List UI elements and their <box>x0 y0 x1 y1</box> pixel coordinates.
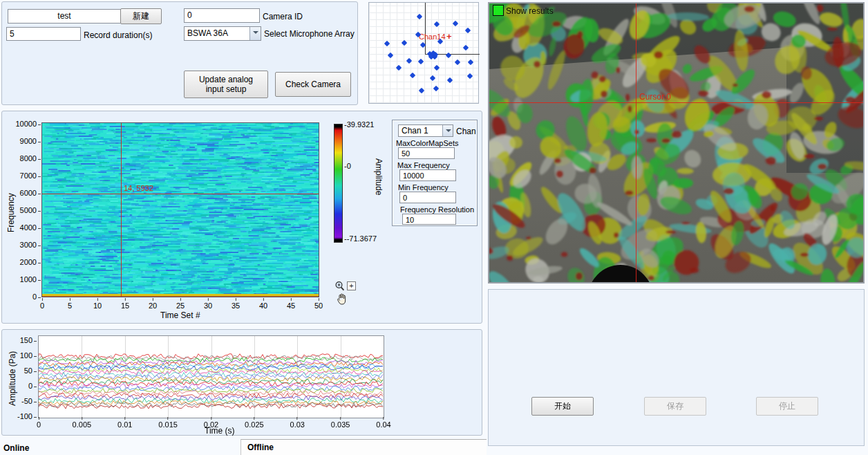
colorbar-mid-label: -0 <box>344 162 351 170</box>
session-name-field[interactable]: test <box>8 9 121 24</box>
dim-overlay <box>489 3 865 284</box>
waveform-xlabel: Time (s) <box>205 426 235 436</box>
start-button[interactable]: 开始 <box>531 397 594 416</box>
array-chan14-cross-marker: + <box>446 31 452 41</box>
show-results-checkbox[interactable] <box>493 5 504 16</box>
axis-tick-label: 50 <box>314 298 323 310</box>
axis-tick-label: -50 <box>9 397 37 405</box>
axis-tick-label: 3000 <box>12 241 41 249</box>
axis-tick-label: 15 <box>121 298 129 310</box>
frequency-resolution-field[interactable]: 10 <box>402 214 456 225</box>
axis-tick-label: 2000 <box>12 258 41 266</box>
spectrogram-cursor-vline[interactable] <box>121 123 122 297</box>
array-mic-dot <box>465 28 471 33</box>
axis-tick-label: 10000 <box>12 120 41 128</box>
axis-tick-label: 35 <box>232 298 240 310</box>
max-frequency-label: Max Frequency <box>397 161 450 169</box>
mic-array-label: Select Microphone Array <box>264 29 355 39</box>
spectrogram-plot-frame <box>41 122 319 297</box>
array-mic-dot <box>434 21 440 27</box>
chevron-down-icon[interactable] <box>442 125 453 136</box>
offline-status-label: Offline <box>247 443 274 452</box>
axis-tick-label: 7000 <box>12 171 41 180</box>
camera-cursor-hline[interactable] <box>489 102 865 103</box>
save-button[interactable]: 保存 <box>644 397 706 416</box>
waveform-panel: Amplitude (Pa) 150100500-50-100 00.0050.… <box>1 329 482 436</box>
run-control-panel: 开始 保存 停止 <box>488 289 865 446</box>
axis-tick-label: 5 <box>68 298 72 310</box>
array-mic-dot <box>402 40 407 46</box>
spectrogram-cursor-hline[interactable] <box>42 194 319 194</box>
chan-select-value: Chan 1 <box>402 126 428 136</box>
zoom-magnifier-icon[interactable] <box>334 281 346 292</box>
axis-tick-label: 0.035 <box>331 417 350 429</box>
array-mic-dot <box>406 58 412 64</box>
axis-tick-label: 0.025 <box>245 417 264 429</box>
channel-settings-panel: Chan 1 Chan MaxColorMapSets 50 Max Frequ… <box>392 120 478 226</box>
mic-array-value: BSWA 36A <box>187 28 228 38</box>
frequency-resolution-label: Frequency Resolution <box>400 205 474 214</box>
new-session-button[interactable]: 新建 <box>120 8 162 24</box>
array-mic-dot <box>468 59 473 65</box>
axis-tick-label: 150 <box>9 336 37 344</box>
amplitude-colorbar <box>334 124 343 243</box>
axis-tick-label: 9000 <box>12 137 41 145</box>
camera-cursor-vline[interactable] <box>636 3 636 284</box>
maxcolormapsets-label: MaxColorMapSets <box>396 139 458 147</box>
record-duration-field[interactable]: 5 <box>6 27 81 41</box>
colorbar-axis-label: Amplitude <box>374 158 384 195</box>
array-mic-dot <box>434 65 440 71</box>
acoustic-camera-image[interactable]: Cursor 0 Show results <box>488 2 865 284</box>
axis-tick-label: 0.03 <box>290 417 305 429</box>
pan-hand-icon[interactable] <box>337 293 347 305</box>
array-mic-dot <box>388 53 393 58</box>
record-duration-label: Record duration(s) <box>84 30 152 40</box>
stop-button[interactable]: 停止 <box>756 397 818 416</box>
axis-tick-label: 0 <box>37 417 41 429</box>
min-frequency-label: Min Frequency <box>398 183 449 192</box>
mic-array-select[interactable]: BSWA 36A <box>184 26 261 41</box>
max-frequency-field[interactable]: 10000 <box>399 169 456 181</box>
setup-panel: test 新建 5 Record duration(s) 0 Camera ID… <box>1 1 358 105</box>
spectrogram-panel: Frequency 100009000800070006000500040003… <box>1 111 482 324</box>
chevron-down-icon[interactable] <box>249 27 261 40</box>
axis-tick-label: 50 <box>9 366 37 375</box>
array-mic-dot <box>433 86 439 91</box>
array-mic-dot <box>410 73 415 78</box>
axis-tick-label: 45 <box>287 298 295 310</box>
min-frequency-field[interactable]: 0 <box>399 192 456 203</box>
camera-cursor-label: Cursor 0 <box>639 92 671 102</box>
axis-tick-label: 0 <box>12 292 41 301</box>
axis-tick-label: 25 <box>176 298 185 310</box>
update-analog-input-button[interactable]: Update analog input setup <box>184 71 268 98</box>
array-mic-dot <box>463 45 469 50</box>
axis-tick-label: 40 <box>259 298 267 310</box>
axis-tick-label: 8000 <box>12 154 41 162</box>
camera-id-field[interactable]: 0 <box>184 8 260 23</box>
spectrogram-plot[interactable] <box>42 123 319 297</box>
axis-tick-label: 0.005 <box>73 417 92 429</box>
array-mic-dot <box>453 21 458 26</box>
axis-tick-label: 0.01 <box>117 417 132 429</box>
array-axis-vline <box>425 3 426 54</box>
waveform-plot[interactable] <box>39 336 384 418</box>
axis-tick-label: 100 <box>9 351 37 360</box>
axis-tick-label: 0.04 <box>376 417 390 429</box>
zoom-mode-box-icon[interactable]: + <box>347 281 356 290</box>
axis-tick-label: 30 <box>204 298 212 310</box>
array-mic-dot <box>430 75 435 81</box>
array-mic-dot <box>455 59 460 65</box>
array-mic-dot <box>384 41 390 46</box>
check-camera-button[interactable]: Check Camera <box>275 72 351 97</box>
axis-tick-label: 1000 <box>12 275 41 284</box>
offline-status-bar: Offline <box>240 439 487 455</box>
axis-tick-label: 10 <box>93 298 102 310</box>
axis-tick-label: 0.015 <box>158 417 178 429</box>
axis-tick-label: 0 <box>40 298 44 310</box>
camera-id-label: Camera ID <box>263 12 303 21</box>
chan-select[interactable]: Chan 1 <box>398 124 453 137</box>
axis-tick-label: 6000 <box>12 189 41 197</box>
array-mic-dot <box>396 65 402 71</box>
online-status-label: Online <box>3 443 29 453</box>
maxcolormapsets-field[interactable]: 50 <box>398 147 455 159</box>
